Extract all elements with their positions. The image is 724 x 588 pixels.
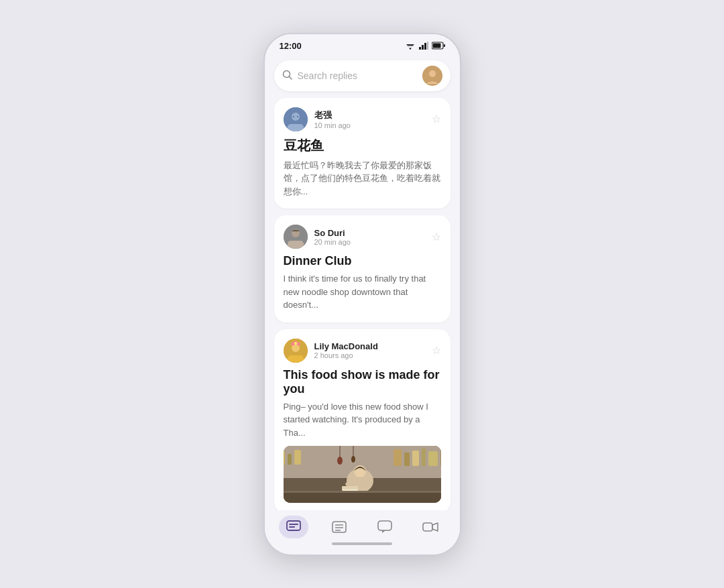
svg-rect-63 [423,523,432,531]
svg-rect-50 [284,491,441,503]
nav-item-messages[interactable] [279,516,308,538]
message-image [284,446,441,503]
svg-rect-5 [424,43,426,50]
message-card[interactable]: Lily MacDonald 2 hours ago ☆ This food s… [274,329,450,510]
svg-rect-62 [378,521,391,530]
sender-name: Lily MacDonald [314,341,378,351]
svg-rect-57 [289,526,295,528]
star-button[interactable]: ☆ [432,344,441,357]
sender-name: So Duri [314,228,351,238]
svg-rect-35 [394,449,402,466]
svg-rect-51 [284,491,441,493]
video-nav-icon [422,520,438,534]
svg-rect-32 [284,451,285,465]
star-button[interactable]: ☆ [432,231,441,243]
sender-time: 10 min ago [314,121,351,129]
user-avatar[interactable] [422,66,442,86]
svg-rect-24 [288,355,304,363]
battery-icon [432,42,445,50]
svg-rect-21 [288,241,304,249]
card-header-left: 老强 10 min ago [284,107,351,131]
svg-rect-6 [427,42,428,50]
search-input[interactable]: Search replies [298,70,417,81]
card-header: So Duri 20 min ago ☆ [284,225,441,249]
svg-rect-37 [412,451,419,466]
wifi-icon [405,42,416,50]
svg-point-18 [297,116,298,117]
svg-point-17 [293,116,294,117]
chat-nav-icon [377,520,392,534]
phone-frame: 12:00 [263,33,461,556]
status-bar: 12:00 [265,34,460,55]
svg-point-27 [296,342,300,345]
svg-rect-4 [422,45,424,50]
nav-item-chat[interactable] [370,516,400,538]
message-preview: I think it's time for us to finally try … [284,272,441,312]
message-preview: 最近忙吗？昨晚我去了你最爱的那家饭馆，点了他们的特色豆花鱼，吃着吃着就想你... [284,159,441,198]
svg-rect-40 [440,449,441,466]
avatar [284,107,308,131]
message-title: 豆花鱼 [284,137,441,155]
search-bar[interactable]: Search replies [274,60,450,91]
svg-rect-33 [288,454,292,465]
svg-rect-34 [294,450,301,465]
svg-rect-38 [422,449,426,466]
svg-rect-16 [288,124,304,131]
svg-point-15 [292,113,300,121]
avatar [284,225,308,249]
svg-rect-9 [432,44,440,48]
home-indicator [332,542,392,545]
status-time: 12:00 [280,41,302,51]
svg-point-42 [337,457,343,465]
sender-info: Lily MacDonald 2 hours ago [314,341,378,359]
search-icon [282,70,292,82]
nav-items [265,516,460,538]
svg-point-28 [294,342,297,345]
sender-time: 2 hours ago [314,351,378,359]
svg-line-11 [289,76,292,79]
card-header: 老强 10 min ago ☆ [284,107,441,131]
svg-rect-39 [428,451,438,466]
avatar [284,339,308,363]
nav-item-list[interactable] [324,516,354,538]
svg-point-13 [429,70,436,77]
svg-rect-8 [444,44,445,47]
svg-point-44 [351,456,355,463]
status-icons [405,42,445,50]
svg-rect-55 [287,521,300,530]
message-title: This food show is made for you [284,368,441,396]
bottom-nav [265,510,460,554]
svg-rect-56 [289,524,298,525]
sender-info: So Duri 20 min ago [314,228,351,246]
svg-point-2 [409,48,410,49]
message-card[interactable]: So Duri 20 min ago ☆ Dinner Club I think… [274,215,450,322]
svg-rect-36 [404,453,410,466]
card-header: Lily MacDonald 2 hours ago ☆ [284,339,441,363]
card-header-left: So Duri 20 min ago [284,225,351,249]
signal-icon [419,42,428,50]
star-button[interactable]: ☆ [432,113,441,125]
card-header-left: Lily MacDonald 2 hours ago [284,339,378,363]
svg-rect-3 [419,47,421,50]
sender-info: 老强 10 min ago [314,109,351,129]
scroll-area[interactable]: Search replies [265,55,460,510]
sender-name: 老强 [314,109,351,121]
svg-rect-49 [342,486,358,489]
message-preview: Ping– you'd love this new food show I st… [284,400,441,440]
message-card[interactable]: 老强 10 min ago ☆ 豆花鱼 最近忙吗？昨晚我去了你最爱的那家饭馆，点… [274,98,450,209]
list-nav-icon [332,520,347,534]
message-title: Dinner Club [284,254,441,268]
sender-time: 20 min ago [314,238,351,246]
nav-item-video[interactable] [416,516,445,538]
messages-nav-icon [286,520,301,534]
